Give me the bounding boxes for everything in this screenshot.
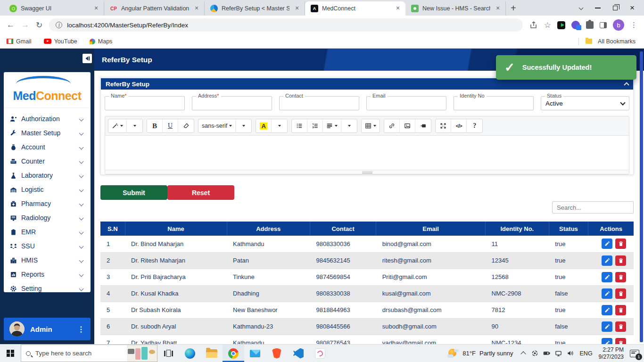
language-indicator[interactable]: ENG xyxy=(580,350,593,357)
sidebar-item-pharmacy[interactable]: Pharmacy xyxy=(5,197,90,211)
sidebar-item-setting[interactable]: Setting xyxy=(5,281,90,292)
clear-format-eraser-button[interactable] xyxy=(178,119,194,132)
taskbar-mail[interactable] xyxy=(244,345,266,362)
side-panel-icon[interactable] xyxy=(600,22,607,28)
collapse-chevron-up-icon[interactable] xyxy=(624,82,629,87)
font-family-button[interactable]: sans-serif xyxy=(198,119,236,132)
underline-button[interactable]: U xyxy=(163,119,178,132)
style-dropdown-button[interactable] xyxy=(127,119,142,132)
tab-new-issue[interactable]: New Issue - HMS - Search T × xyxy=(405,1,506,16)
address-bar[interactable]: i localhost:4200/MasterSetup/ReferBy/Ind… xyxy=(49,18,523,32)
delete-button[interactable] xyxy=(615,239,626,249)
all-bookmarks-button[interactable]: All Bookmarks xyxy=(586,38,636,45)
editor-resize-handle[interactable] xyxy=(105,170,629,174)
browser-menu-icon[interactable]: ⋮ xyxy=(630,21,637,29)
battery-icon[interactable] xyxy=(543,350,550,357)
paragraph-dropdown-button[interactable] xyxy=(341,119,357,132)
edit-button[interactable] xyxy=(602,255,612,266)
taskbar-file-explorer[interactable] xyxy=(201,345,223,362)
help-button[interactable]: ? xyxy=(467,119,482,132)
font-color-dropdown-button[interactable] xyxy=(272,119,287,132)
extensions-puzzle-icon[interactable] xyxy=(586,21,594,29)
insert-video-button[interactable] xyxy=(415,119,431,132)
sidebar-item-counter[interactable]: Counter xyxy=(5,154,90,168)
edit-button[interactable] xyxy=(602,338,612,345)
tab-close-icon[interactable]: × xyxy=(394,5,402,12)
edit-button[interactable] xyxy=(602,272,612,282)
tab-close-icon[interactable]: × xyxy=(293,5,301,12)
minimize-button[interactable] xyxy=(595,8,601,8)
taskbar-clock[interactable]: 2:27 PM 9/27/2023 xyxy=(599,346,624,361)
share-icon[interactable] xyxy=(529,21,538,29)
delete-button[interactable] xyxy=(615,255,626,266)
success-toast[interactable]: ✓ Sucessfully Updated! xyxy=(496,55,636,80)
font-color-button[interactable]: A xyxy=(256,119,272,132)
tab-referby-setup[interactable]: ReferBy Setup < Master Setu × xyxy=(205,1,305,16)
bookmark-youtube[interactable]: YouTube xyxy=(44,38,77,45)
taskbar-brave[interactable] xyxy=(266,345,288,362)
restore-button[interactable] xyxy=(613,6,618,10)
tab-swagger[interactable]: Swagger UI × xyxy=(4,1,104,16)
sidebar-item-reports[interactable]: Reports xyxy=(5,267,90,281)
speaker-icon[interactable] xyxy=(567,350,574,357)
status-select[interactable]: Status Active xyxy=(541,96,629,110)
profile-avatar[interactable]: b xyxy=(613,19,624,31)
notification-icon[interactable]: 1 xyxy=(630,350,639,357)
sidebar-collapse-button[interactable] xyxy=(83,54,92,63)
taskbar-chrome-active[interactable] xyxy=(223,345,244,362)
contact-input[interactable] xyxy=(280,97,359,110)
edit-button[interactable] xyxy=(602,239,612,249)
sidebar-item-authorization[interactable]: Authorization xyxy=(5,112,90,126)
new-tab-button[interactable]: + xyxy=(511,3,516,14)
cast-icon[interactable] xyxy=(531,350,538,357)
extension-icon-2[interactable] xyxy=(571,21,580,29)
unordered-list-button[interactable] xyxy=(292,119,307,132)
tab-angular-pattern[interactable]: CP Angular Pattern Validation E × xyxy=(104,1,205,16)
submit-button[interactable]: Submit xyxy=(100,185,167,200)
delete-button[interactable] xyxy=(615,288,626,299)
bookmark-star-icon[interactable]: ☆ xyxy=(544,20,551,30)
task-view-button[interactable] xyxy=(157,345,179,362)
code-view-button[interactable]: </> xyxy=(451,119,467,132)
bold-button[interactable]: B xyxy=(147,119,163,132)
site-info-icon[interactable]: i xyxy=(56,22,62,28)
table-search-input[interactable] xyxy=(552,201,634,214)
insert-link-button[interactable] xyxy=(384,119,400,132)
admin-menu-icon[interactable]: ⋮ xyxy=(77,325,85,334)
edit-button[interactable] xyxy=(602,305,612,315)
style-magic-button[interactable] xyxy=(108,119,127,132)
tab-close-icon[interactable]: × xyxy=(92,5,100,12)
sidebar-item-radiology[interactable]: Radiology xyxy=(5,211,90,225)
reset-button[interactable]: Reset xyxy=(167,185,234,200)
editor-body[interactable] xyxy=(105,136,629,170)
sidebar-item-logistic[interactable]: Logistic xyxy=(5,182,90,197)
identity-no-input[interactable] xyxy=(454,97,533,110)
tray-expand-chevron-icon[interactable] xyxy=(520,351,526,356)
email-input[interactable] xyxy=(367,97,446,110)
taskbar-vscode[interactable] xyxy=(288,345,309,362)
network-icon[interactable] xyxy=(555,350,562,357)
taskbar-search[interactable]: Type here to search xyxy=(21,345,157,362)
paragraph-align-button[interactable] xyxy=(323,119,341,132)
fullscreen-button[interactable] xyxy=(436,119,451,132)
back-icon[interactable]: ← xyxy=(7,20,15,30)
tab-close-icon[interactable]: × xyxy=(494,5,502,12)
insert-table-button[interactable] xyxy=(362,119,380,132)
reload-icon[interactable]: ↻ xyxy=(36,20,42,30)
close-window-button[interactable]: × xyxy=(630,3,635,13)
font-size-dropdown-button[interactable] xyxy=(236,119,251,132)
sidebar-item-master-setup[interactable]: Master Setup xyxy=(5,126,90,140)
weather-widget[interactable]: 81°F Partly sunny xyxy=(447,348,515,359)
tab-search-chevron-icon[interactable] xyxy=(579,6,584,10)
edit-button[interactable] xyxy=(602,321,612,332)
tab-medconnect-active[interactable]: A MedConnect × xyxy=(305,1,405,16)
bookmark-gmail[interactable]: Gmail xyxy=(7,38,32,45)
tab-close-icon[interactable]: × xyxy=(193,5,200,12)
bookmark-maps[interactable]: Maps xyxy=(90,38,113,45)
admin-bar[interactable]: Admin ⋮ xyxy=(4,318,91,340)
taskbar-edge[interactable] xyxy=(179,345,201,362)
sidebar-item-ssu[interactable]: SSU xyxy=(5,239,90,253)
forward-icon[interactable]: → xyxy=(21,20,29,30)
page-scrollbar[interactable] xyxy=(640,51,643,342)
sidebar-item-account[interactable]: Account xyxy=(5,140,90,154)
